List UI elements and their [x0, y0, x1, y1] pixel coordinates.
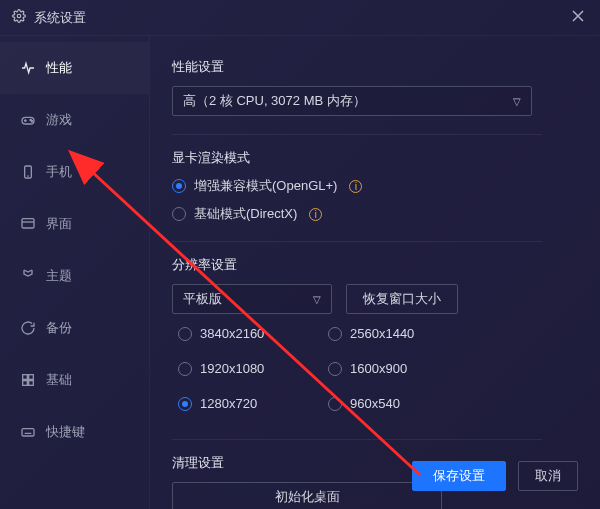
basic-icon	[20, 372, 36, 388]
resolution-label: 1920x1080	[200, 361, 264, 376]
svg-rect-10	[22, 429, 34, 436]
divider	[172, 439, 542, 440]
backup-icon	[20, 320, 36, 336]
resolution-label: 1280x720	[200, 396, 257, 411]
sidebar-item-label: 主题	[46, 267, 72, 285]
resolution-option[interactable]: 1600x900	[328, 361, 478, 376]
pulse-icon	[20, 60, 36, 76]
layout-icon	[20, 216, 36, 232]
svg-rect-7	[29, 375, 34, 380]
resolution-option[interactable]: 3840x2160	[178, 326, 328, 341]
sidebar-item-label: 基础	[46, 371, 72, 389]
resolution-label: 1600x900	[350, 361, 407, 376]
gpu-option-directx[interactable]: 基础模式(DirectX) i	[172, 205, 578, 223]
info-icon[interactable]: i	[309, 208, 322, 221]
svg-rect-8	[23, 381, 28, 386]
chevron-down-icon: ▽	[513, 96, 521, 107]
sidebar-item-phone[interactable]: 手机	[0, 146, 149, 198]
sidebar-item-backup[interactable]: 备份	[0, 302, 149, 354]
body: 性能 游戏 手机 界面 主题 备份	[0, 36, 600, 509]
svg-rect-9	[29, 381, 34, 386]
sidebar-item-theme[interactable]: 主题	[0, 250, 149, 302]
divider	[172, 134, 542, 135]
resolution-option[interactable]: 1280x720	[178, 396, 328, 411]
radio-checked-icon	[172, 179, 186, 193]
device-select[interactable]: 平板版 ▽	[172, 284, 332, 314]
resolution-label: 3840x2160	[200, 326, 264, 341]
svg-point-3	[31, 121, 32, 122]
window-title: 系统设置	[34, 9, 568, 27]
gpu-option-opengl[interactable]: 增强兼容模式(OpenGL+) i	[172, 177, 578, 195]
resolution-option[interactable]: 960x540	[328, 396, 478, 411]
phone-icon	[20, 164, 36, 180]
radio-icon	[178, 327, 192, 341]
svg-point-0	[17, 14, 21, 18]
gpu-option-label: 增强兼容模式(OpenGL+)	[194, 177, 337, 195]
sidebar-item-label: 性能	[46, 59, 72, 77]
sidebar-item-game[interactable]: 游戏	[0, 94, 149, 146]
sidebar-item-label: 快捷键	[46, 423, 85, 441]
close-icon[interactable]	[568, 6, 588, 29]
sidebar-item-basic[interactable]: 基础	[0, 354, 149, 406]
sidebar: 性能 游戏 手机 界面 主题 备份	[0, 36, 150, 509]
radio-checked-icon	[178, 397, 192, 411]
radio-icon	[178, 362, 192, 376]
sidebar-item-interface[interactable]: 界面	[0, 198, 149, 250]
settings-window: 系统设置 性能 游戏 手机 界面 主题	[0, 0, 600, 509]
save-button[interactable]: 保存设置	[412, 461, 506, 491]
game-icon	[20, 112, 36, 128]
theme-icon	[20, 268, 36, 284]
radio-icon	[328, 327, 342, 341]
res-heading: 分辨率设置	[172, 256, 578, 274]
keyboard-icon	[20, 424, 36, 440]
radio-icon	[328, 362, 342, 376]
perf-select[interactable]: 高（2 核 CPU, 3072 MB 内存） ▽	[172, 86, 532, 116]
cancel-button[interactable]: 取消	[518, 461, 578, 491]
info-icon[interactable]: i	[349, 180, 362, 193]
resolution-grid: 3840x21602560x14401920x10801600x9001280x…	[178, 326, 578, 421]
gpu-heading: 显卡渲染模式	[172, 149, 578, 167]
gpu-option-label: 基础模式(DirectX)	[194, 205, 297, 223]
radio-icon	[172, 207, 186, 221]
perf-heading: 性能设置	[172, 58, 578, 76]
sidebar-item-label: 手机	[46, 163, 72, 181]
device-select-value: 平板版	[183, 290, 222, 308]
sidebar-item-label: 界面	[46, 215, 72, 233]
sidebar-item-performance[interactable]: 性能	[0, 42, 149, 94]
radio-icon	[328, 397, 342, 411]
perf-select-value: 高（2 核 CPU, 3072 MB 内存）	[183, 92, 366, 110]
sidebar-item-label: 游戏	[46, 111, 72, 129]
gear-icon	[12, 9, 26, 26]
content: 性能设置 高（2 核 CPU, 3072 MB 内存） ▽ 显卡渲染模式 增强兼…	[150, 36, 600, 509]
svg-rect-5	[22, 219, 34, 228]
titlebar: 系统设置	[0, 0, 600, 36]
chevron-down-icon: ▽	[313, 294, 321, 305]
divider	[172, 241, 542, 242]
resolution-option[interactable]: 2560x1440	[328, 326, 478, 341]
restore-window-button[interactable]: 恢复窗口大小	[346, 284, 458, 314]
sidebar-item-label: 备份	[46, 319, 72, 337]
resolution-option[interactable]: 1920x1080	[178, 361, 328, 376]
footer: 保存设置 取消	[0, 451, 600, 509]
svg-rect-6	[23, 375, 28, 380]
resolution-label: 960x540	[350, 396, 400, 411]
resolution-label: 2560x1440	[350, 326, 414, 341]
